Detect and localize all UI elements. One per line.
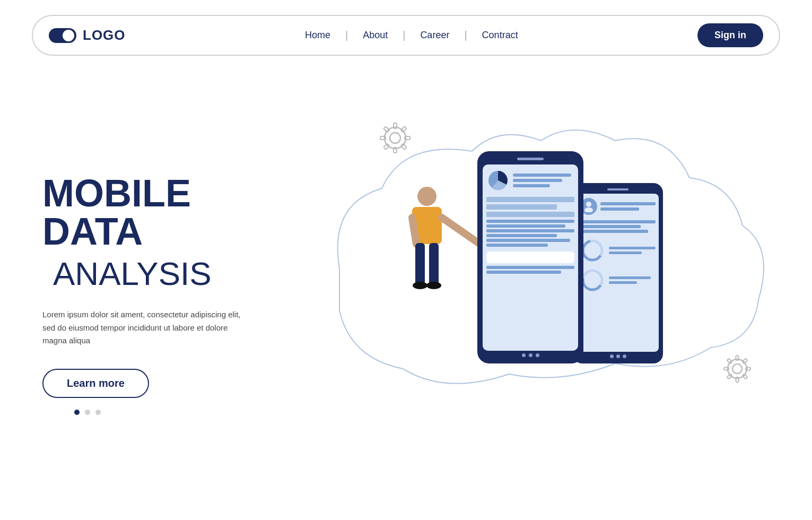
svg-point-0 <box>385 127 406 149</box>
person-figure <box>412 187 480 289</box>
nav-about[interactable]: About <box>348 30 403 41</box>
text-line <box>486 234 557 237</box>
white-box <box>486 252 574 263</box>
avatar-lines <box>600 202 656 211</box>
svg-rect-24 <box>415 243 425 285</box>
text-line <box>486 220 574 223</box>
text-line <box>580 220 656 223</box>
phone-screen-small <box>577 194 659 352</box>
phone-dots-row <box>483 353 578 357</box>
logo-text: LOGO <box>83 27 126 44</box>
dot-1[interactable] <box>74 410 80 415</box>
navbar: LOGO Home | About | Career | Contract Si… <box>32 15 780 56</box>
svg-point-10 <box>728 359 747 378</box>
svg-rect-15 <box>743 374 748 379</box>
svg-rect-3 <box>401 126 407 132</box>
nav-career[interactable]: Career <box>405 30 464 41</box>
svg-rect-9 <box>383 126 389 132</box>
left-content: MOBILE DATA ANALYSIS Lorem ipsum dolor s… <box>42 174 297 415</box>
pie-area <box>486 169 574 192</box>
svg-rect-13 <box>743 359 748 364</box>
circle-text-lines-2 <box>609 268 656 292</box>
text-line <box>486 224 565 228</box>
text-lines-group-2 <box>486 266 574 274</box>
circle-text-lines-1 <box>609 238 656 263</box>
svg-point-26 <box>413 282 427 289</box>
svg-point-29 <box>586 202 591 207</box>
gear-icon-top <box>380 123 410 153</box>
phone-large <box>477 151 583 363</box>
text-lines-group-phone2 <box>580 220 656 233</box>
text-line <box>580 230 648 233</box>
phone-dot <box>616 354 620 358</box>
phone-speaker-2 <box>607 188 628 190</box>
dot-2[interactable] <box>85 410 90 415</box>
data-row <box>486 204 557 210</box>
svg-rect-7 <box>383 144 389 150</box>
mini-bars-right <box>513 174 574 187</box>
hero-title-line2: ANALYSIS <box>53 255 297 292</box>
text-line <box>486 271 561 274</box>
svg-rect-25 <box>429 243 439 285</box>
c-line <box>609 247 656 249</box>
circle-chart-2 <box>580 268 605 292</box>
circle-chart-1 <box>580 238 605 263</box>
data-row <box>486 197 574 202</box>
nav-contract[interactable]: Contract <box>467 30 533 41</box>
phone-dot <box>623 354 626 358</box>
phone-speaker <box>517 158 544 160</box>
mini-bar <box>513 179 562 182</box>
svg-point-30 <box>584 207 593 212</box>
phone-dot <box>610 354 614 358</box>
svg-line-22 <box>442 218 480 244</box>
person-icon <box>583 201 594 212</box>
data-row <box>486 212 574 217</box>
svg-point-1 <box>390 133 400 143</box>
svg-point-27 <box>426 282 441 289</box>
c-line <box>609 281 637 284</box>
phone-dot <box>536 353 539 357</box>
signin-button[interactable]: Sign in <box>697 23 763 47</box>
avatar-line <box>600 207 639 211</box>
phone-dots-row-2 <box>577 354 659 358</box>
c-line <box>609 276 651 279</box>
c-line <box>609 252 642 254</box>
svg-rect-19 <box>727 359 732 364</box>
data-row-group-1 <box>486 197 574 217</box>
learn-more-button[interactable]: Learn more <box>42 369 149 398</box>
dot-3[interactable] <box>95 410 101 415</box>
logo-area: LOGO <box>49 27 126 44</box>
svg-point-11 <box>732 364 742 374</box>
svg-rect-5 <box>401 144 407 150</box>
hero-title-line1: MOBILE DATA <box>42 174 297 250</box>
text-lines-group <box>486 220 574 247</box>
svg-point-20 <box>417 187 436 206</box>
right-illustration <box>297 109 770 480</box>
carousel-dots <box>74 410 297 415</box>
phone-screen-large <box>483 164 578 351</box>
gear-icon-bottom <box>724 356 750 382</box>
main-content: MOBILE DATA ANALYSIS Lorem ipsum dolor s… <box>0 88 812 501</box>
svg-rect-17 <box>727 374 732 379</box>
text-line <box>486 244 548 247</box>
phone-dot <box>522 353 526 357</box>
text-line <box>486 266 574 269</box>
circle-charts-2 <box>580 268 656 292</box>
avatar-line <box>600 202 656 205</box>
mini-bar <box>513 184 550 187</box>
mini-bar <box>513 174 571 177</box>
nav-home[interactable]: Home <box>290 30 345 41</box>
circle-charts <box>580 238 656 263</box>
toggle-knob <box>63 30 74 41</box>
toggle-icon[interactable] <box>49 28 76 43</box>
hero-description: Lorem ipsum dolor sit ament, consectetur… <box>42 308 244 348</box>
nav-links: Home | About | Career | Contract <box>290 29 533 41</box>
phone-dot <box>529 353 532 357</box>
avatar-row <box>580 198 656 215</box>
phone-small <box>573 183 663 363</box>
pie-chart-icon <box>486 169 510 192</box>
text-line <box>486 229 574 232</box>
svg-line-23 <box>412 218 416 244</box>
text-line <box>580 225 641 228</box>
text-line <box>486 239 570 242</box>
